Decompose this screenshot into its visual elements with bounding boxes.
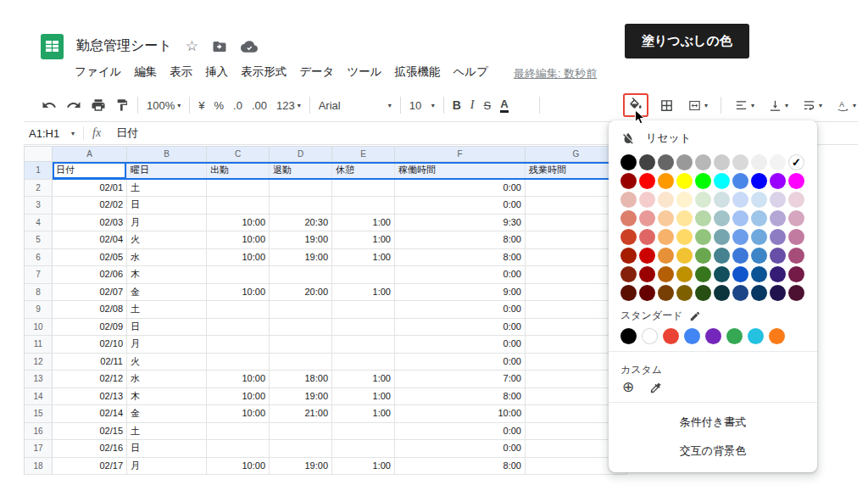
- row-header-9[interactable]: 9: [24, 301, 53, 319]
- cell-C4[interactable]: 10:00: [207, 215, 270, 232]
- color-swatch[interactable]: [620, 285, 637, 301]
- column-header-D[interactable]: D: [270, 146, 332, 162]
- color-swatch[interactable]: [751, 285, 767, 301]
- color-swatch[interactable]: [695, 154, 711, 170]
- cell-A1[interactable]: 日付: [53, 162, 127, 180]
- cell-A9[interactable]: 02/08: [53, 301, 127, 319]
- color-swatch[interactable]: [751, 248, 767, 264]
- cell-E16[interactable]: [332, 423, 395, 441]
- color-swatch[interactable]: [770, 285, 786, 301]
- cell-A5[interactable]: 02/04: [53, 231, 127, 249]
- color-swatch[interactable]: [639, 285, 655, 301]
- add-custom-color-button[interactable]: ⊕: [622, 380, 634, 395]
- eyedropper-icon[interactable]: [649, 382, 662, 394]
- menu-item[interactable]: 表示形式: [241, 64, 287, 80]
- decrease-decimal-button[interactable]: .0: [231, 94, 245, 116]
- text-rotation-button[interactable]: A ▾: [833, 94, 859, 116]
- cell-B17[interactable]: 日: [127, 440, 207, 458]
- cell-E5[interactable]: 1:00: [332, 231, 395, 249]
- cell-D10[interactable]: [270, 319, 332, 337]
- color-swatch[interactable]: [695, 285, 711, 301]
- standard-color-swatch[interactable]: [748, 328, 764, 344]
- cell-C13[interactable]: 10:00: [207, 371, 270, 388]
- font-select[interactable]: Arial ▾: [316, 94, 394, 116]
- standard-color-swatch[interactable]: [705, 328, 721, 344]
- italic-button[interactable]: I: [468, 94, 477, 116]
- cell-F11[interactable]: 0:00: [395, 336, 526, 354]
- cell-B3[interactable]: 日: [127, 197, 207, 215]
- color-swatch[interactable]: [714, 248, 730, 264]
- cell-C9[interactable]: [207, 301, 270, 319]
- cell-A13[interactable]: 02/12: [53, 371, 127, 388]
- cell-B6[interactable]: 水: [127, 249, 207, 267]
- cell-F16[interactable]: 0:00: [395, 423, 526, 441]
- cell-D7[interactable]: [270, 266, 332, 284]
- cell-F2[interactable]: 0:00: [395, 180, 526, 198]
- color-swatch[interactable]: [620, 154, 637, 170]
- color-swatch[interactable]: [676, 229, 693, 245]
- color-swatch[interactable]: [732, 192, 748, 208]
- menu-item[interactable]: ツール: [347, 64, 381, 80]
- color-swatch[interactable]: [732, 154, 748, 170]
- cell-D16[interactable]: [270, 423, 332, 441]
- cell-D6[interactable]: 19:00: [270, 249, 332, 267]
- cell-B16[interactable]: 土: [127, 423, 207, 441]
- color-swatch[interactable]: [676, 210, 693, 226]
- cell-F8[interactable]: 9:00: [395, 284, 526, 302]
- color-swatch[interactable]: [788, 192, 804, 208]
- cell-F12[interactable]: 0:00: [395, 354, 526, 371]
- cell-C6[interactable]: 10:00: [207, 249, 270, 267]
- pencil-icon[interactable]: [689, 310, 701, 322]
- color-swatch[interactable]: [639, 210, 655, 226]
- row-header-2[interactable]: 2: [24, 180, 53, 198]
- cell-E13[interactable]: 1:00: [332, 371, 395, 388]
- column-header-B[interactable]: B: [127, 146, 207, 162]
- cell-E4[interactable]: 1:00: [332, 215, 395, 232]
- cell-A7[interactable]: 02/06: [53, 266, 127, 284]
- cell-B4[interactable]: 月: [127, 215, 207, 232]
- cell-C10[interactable]: [207, 319, 270, 337]
- color-swatch[interactable]: [770, 248, 786, 264]
- bold-button[interactable]: B: [450, 94, 464, 116]
- standard-color-swatch[interactable]: [642, 328, 658, 344]
- color-swatch[interactable]: [751, 192, 767, 208]
- redo-button[interactable]: [64, 94, 84, 116]
- cell-F5[interactable]: 8:00: [395, 231, 526, 249]
- color-swatch[interactable]: [751, 266, 767, 282]
- color-swatch[interactable]: [714, 173, 730, 189]
- color-swatch[interactable]: [676, 173, 693, 189]
- color-swatch[interactable]: [676, 154, 693, 170]
- color-swatch[interactable]: [620, 248, 637, 264]
- color-swatch[interactable]: ✓: [788, 154, 804, 170]
- cell-B7[interactable]: 木: [127, 266, 207, 284]
- cell-D12[interactable]: [270, 354, 332, 371]
- document-title[interactable]: 勤怠管理シート: [76, 37, 172, 55]
- cell-F3[interactable]: 0:00: [395, 197, 526, 215]
- cell-D4[interactable]: 20:30: [270, 215, 332, 232]
- color-swatch[interactable]: [788, 210, 804, 226]
- cell-C3[interactable]: [207, 197, 270, 215]
- column-header-E[interactable]: E: [332, 146, 395, 162]
- cell-D9[interactable]: [270, 301, 332, 319]
- menu-item[interactable]: 拡張機能: [395, 64, 441, 80]
- color-swatch[interactable]: [751, 173, 767, 189]
- color-swatch[interactable]: [676, 266, 693, 282]
- menu-item[interactable]: 編集: [134, 64, 157, 80]
- standard-color-swatch[interactable]: [726, 328, 743, 344]
- cell-E6[interactable]: 1:00: [332, 249, 395, 267]
- text-wrap-button[interactable]: ▾: [799, 94, 825, 116]
- menu-item[interactable]: 挿入: [205, 64, 228, 80]
- name-box[interactable]: A1:H1: [24, 127, 71, 140]
- color-swatch[interactable]: [639, 173, 655, 189]
- color-swatch[interactable]: [658, 210, 674, 226]
- cell-E11[interactable]: [332, 336, 395, 354]
- strikethrough-button[interactable]: S: [481, 94, 494, 116]
- row-header-17[interactable]: 17: [24, 440, 53, 458]
- color-swatch[interactable]: [732, 229, 748, 245]
- cell-C1[interactable]: 出勤: [207, 162, 270, 180]
- merge-cells-button[interactable]: ▾: [685, 94, 710, 116]
- standard-color-swatch[interactable]: [684, 328, 700, 344]
- cell-D15[interactable]: 21:00: [270, 405, 332, 423]
- sheets-logo[interactable]: [41, 34, 64, 59]
- cell-C2[interactable]: [207, 180, 270, 198]
